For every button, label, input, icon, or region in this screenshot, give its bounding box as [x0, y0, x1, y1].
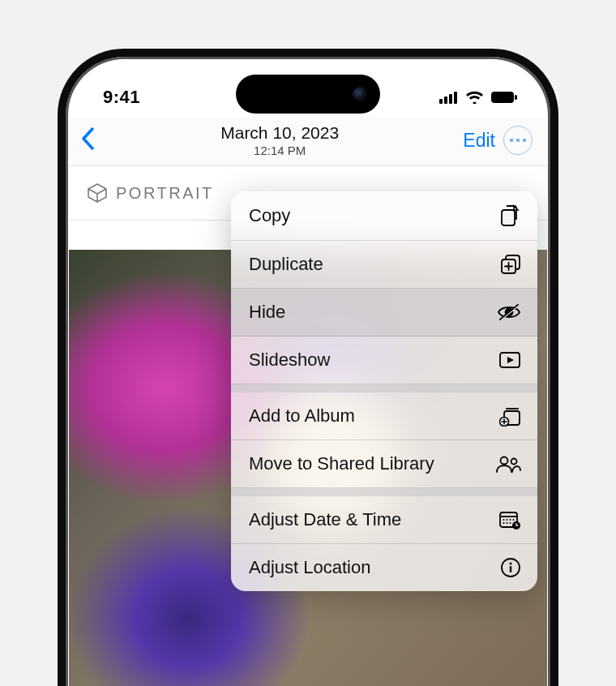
- eye-slash-icon: [497, 303, 521, 321]
- svg-point-24: [513, 519, 515, 521]
- album-plus-icon: [499, 406, 521, 427]
- svg-point-23: [510, 519, 511, 521]
- volume-up-button: [58, 251, 58, 308]
- svg-point-27: [510, 522, 511, 524]
- menu-item-label: Duplicate: [249, 254, 323, 275]
- duplicate-icon: [500, 254, 521, 275]
- status-indicators: [439, 91, 518, 104]
- svg-rect-4: [491, 92, 514, 103]
- cube-icon: [87, 182, 108, 204]
- battery-icon: [490, 91, 518, 104]
- svg-point-22: [507, 519, 508, 521]
- back-button[interactable]: [80, 126, 96, 154]
- calendar-clock-icon: [498, 510, 521, 530]
- menu-item-copy[interactable]: Copy: [231, 191, 537, 241]
- info-circle-icon: [500, 557, 521, 578]
- more-button[interactable]: [503, 126, 533, 155]
- menu-item-label: Adjust Date & Time: [249, 509, 401, 530]
- volume-down-button: [58, 324, 58, 381]
- menu-item-label: Adjust Location: [249, 557, 370, 578]
- play-rectangle-icon: [498, 351, 521, 369]
- svg-point-7: [516, 139, 520, 143]
- edit-button[interactable]: Edit: [463, 130, 495, 152]
- menu-item-duplicate[interactable]: Duplicate: [231, 241, 537, 289]
- phone-frame: 9:41: [58, 49, 558, 686]
- menu-item-label: Add to Album: [249, 405, 355, 427]
- copy-icon: [500, 204, 521, 227]
- svg-rect-2: [449, 94, 452, 104]
- svg-point-6: [510, 139, 514, 143]
- menu-divider: [231, 488, 537, 496]
- menu-item-add-to-album[interactable]: Add to Album: [231, 392, 537, 440]
- nav-title: March 10, 2023 12:14 PM: [96, 123, 463, 157]
- menu-item-label: Hide: [249, 302, 285, 323]
- menu-item-adjust-location[interactable]: Adjust Location: [231, 544, 537, 591]
- cellular-icon: [439, 91, 459, 104]
- navigation-bar: March 10, 2023 12:14 PM Edit: [69, 117, 547, 165]
- svg-rect-5: [515, 95, 517, 100]
- ellipsis-circle-icon: [509, 138, 527, 143]
- dynamic-island: [236, 75, 380, 114]
- menu-item-label: Copy: [249, 205, 290, 226]
- mute-switch: [58, 195, 58, 225]
- menu-item-hide[interactable]: Hide: [231, 289, 537, 337]
- menu-item-label: Move to Shared Library: [249, 453, 434, 474]
- menu-item-adjust-date[interactable]: Adjust Date & Time: [231, 496, 537, 544]
- menu-item-move-shared[interactable]: Move to Shared Library: [231, 440, 537, 488]
- svg-rect-9: [502, 210, 515, 225]
- people-icon: [495, 455, 521, 473]
- wifi-icon: [465, 91, 484, 104]
- portrait-label: PORTRAIT: [116, 184, 214, 203]
- svg-point-21: [503, 519, 505, 521]
- svg-rect-1: [444, 96, 447, 104]
- svg-point-25: [503, 522, 505, 524]
- svg-rect-31: [510, 566, 511, 572]
- context-menu: Copy Duplicate: [231, 191, 537, 591]
- svg-point-26: [507, 522, 508, 524]
- nav-date: March 10, 2023: [96, 123, 463, 143]
- power-button: [558, 251, 558, 341]
- svg-rect-0: [439, 99, 443, 104]
- svg-rect-3: [454, 92, 457, 104]
- svg-point-8: [523, 139, 527, 143]
- svg-point-30: [510, 563, 512, 565]
- svg-point-17: [501, 457, 508, 465]
- nav-time: 12:14 PM: [96, 144, 463, 157]
- menu-item-slideshow[interactable]: Slideshow: [231, 337, 537, 384]
- menu-item-label: Slideshow: [249, 349, 330, 371]
- svg-point-18: [511, 459, 517, 465]
- status-time: 9:41: [103, 87, 140, 108]
- menu-divider: [231, 384, 537, 392]
